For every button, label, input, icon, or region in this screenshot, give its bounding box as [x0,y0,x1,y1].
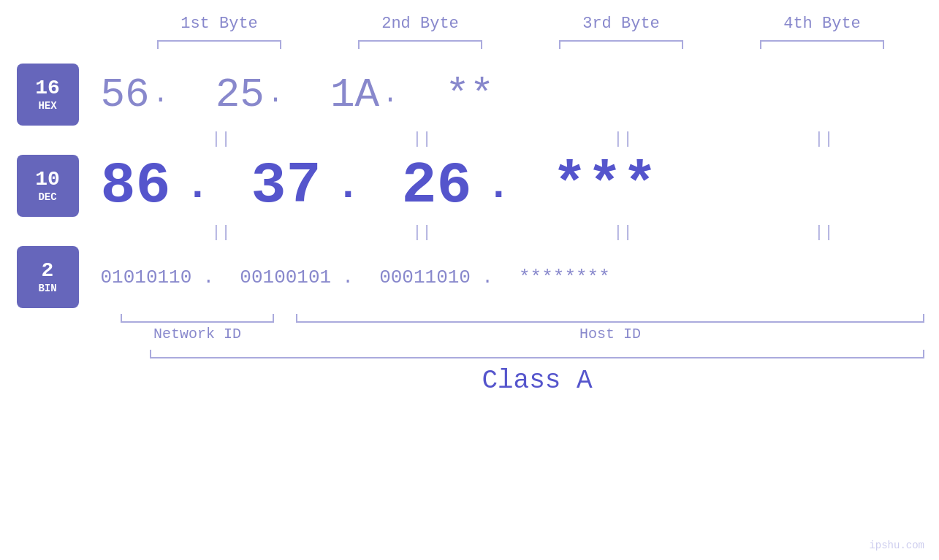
byte2-header: 2nd Byte [340,15,501,33]
dec-dot-3: . [487,163,509,210]
bin-values: 01010110 . 00100101 . 00011010 . *******… [79,266,923,288]
hex-badge: 16 HEX [17,64,79,126]
dec-row: 10 DEC 86 . 37 . 26 . *** [17,153,923,219]
bin-badge-label: BIN [38,283,56,294]
hex-badge-num: 16 [35,77,60,100]
bin-badge-num: 2 [42,260,54,283]
id-labels-row: Network ID Host ID [121,326,924,342]
top-brackets [119,40,923,49]
hex-dot-2: . [265,80,286,110]
bracket-top-2 [358,40,482,49]
class-bracket [150,350,924,358]
dec-badge-label: DEC [38,191,56,203]
bin-val-3: 00011010 [379,266,471,288]
hex-row: 16 HEX 56 . 25 . 1A . ** [17,64,923,126]
bin-dot-1: . [197,266,219,288]
dec-badge: 10 DEC [17,155,79,217]
dec-badge-num: 10 [35,169,60,191]
hex-dot-1: . [150,80,172,110]
bin-val-1: 01010110 [101,266,192,288]
dec-val-3: 26 [402,153,472,219]
dec-val-1: 86 [101,153,171,219]
network-id-bracket [121,314,274,323]
bracket-top-4 [760,40,884,49]
byte4-header: 4th Byte [742,15,902,33]
dec-val-4: *** [552,153,658,219]
hex-val-4: ** [445,72,494,118]
eq-row-1: || || || || [121,126,924,153]
bin-dot-2: . [337,266,359,288]
class-label: Class A [150,366,924,396]
host-id-bracket [296,314,924,323]
hex-val-1: 56 [101,72,150,118]
main-container: 1st Byte 2nd Byte 3rd Byte 4th Byte 16 H… [0,0,939,560]
byte3-header: 3rd Byte [541,15,702,33]
hex-dot-3: . [379,80,401,110]
hex-val-2: 25 [216,72,265,118]
bin-val-4: ******** [519,266,610,288]
bin-dot-3: . [476,266,498,288]
byte-headers: 1st Byte 2nd Byte 3rd Byte 4th Byte [119,15,923,33]
host-id-label: Host ID [296,326,924,342]
bracket-top-3 [559,40,683,49]
bin-row: 2 BIN 01010110 . 00100101 . 00011010 . *… [17,246,923,308]
bin-val-2: 00100101 [240,266,331,288]
bin-badge: 2 BIN [17,246,79,308]
hex-val-3: 1A [330,72,379,118]
dec-dot-1: . [186,163,208,210]
dec-values: 86 . 37 . 26 . *** [79,153,923,219]
hex-values: 56 . 25 . 1A . ** [79,72,923,118]
watermark: ipshu.com [869,540,924,551]
byte1-header: 1st Byte [139,15,300,33]
bracket-top-1 [157,40,281,49]
dec-dot-2: . [336,163,358,210]
hex-badge-label: HEX [38,100,56,112]
eq-row-2: || || || || [121,219,924,246]
network-id-label: Network ID [121,326,274,342]
dec-val-2: 37 [251,153,322,219]
